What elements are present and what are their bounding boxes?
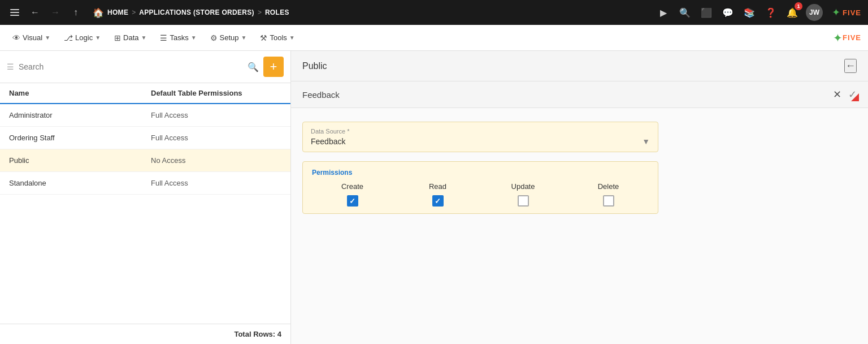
five-logo-icon: ✦ <box>832 6 840 19</box>
perm-col-update: Update <box>483 182 563 207</box>
row-name: Administrator <box>9 111 140 119</box>
table-footer: Total Rows: 4 <box>0 324 290 344</box>
toolbar-logic-label: Logic <box>75 33 93 42</box>
stop-icon[interactable]: ⬛ <box>698 5 714 20</box>
toolbar-tools-label: Tools <box>270 33 287 42</box>
tools-arrow: ▼ <box>289 35 295 41</box>
empty-space <box>0 195 290 324</box>
table-header: Name Default Table Permissions <box>0 83 290 104</box>
col-header-permissions: Default Table Permissions <box>140 89 281 97</box>
breadcrumb-home[interactable]: HOME <box>107 8 128 16</box>
table-row[interactable]: Administrator Full Access <box>0 104 290 127</box>
data-icon: ⊞ <box>114 33 121 42</box>
perm-header-read: Read <box>429 182 446 191</box>
search-icon[interactable]: 🔍 <box>677 5 693 20</box>
row-permissions: Full Access <box>140 111 281 119</box>
forward-button[interactable]: → <box>47 5 63 20</box>
search-bar: ☰ 🔍 + <box>0 51 290 83</box>
toolbar-logic[interactable]: ⎇ Logic ▼ <box>58 30 106 46</box>
setup-arrow: ▼ <box>241 35 247 41</box>
save-arrow-indicator <box>851 93 859 103</box>
second-toolbar: 👁 Visual ▼ ⎇ Logic ▼ ⊞ Data ▼ ☰ Tasks ▼ … <box>0 25 868 51</box>
data-source-field[interactable]: Data Source * Feedback ▼ <box>302 122 658 152</box>
right-panel-subheader: Feedback ✕ ✓ <box>291 81 868 108</box>
breadcrumb-app[interactable]: APPLICATIONS (STORE ORDERS) <box>139 8 254 16</box>
row-permissions: No Access <box>140 156 281 165</box>
table-row-active[interactable]: Public No Access <box>0 149 290 172</box>
perm-header-update: Update <box>511 182 535 191</box>
row-name: Public <box>9 156 140 165</box>
main-layout: ☰ 🔍 + Name Default Table Permissions Adm… <box>0 51 868 344</box>
notification-count: 1 <box>795 2 802 10</box>
add-button[interactable]: + <box>263 57 284 77</box>
data-source-value: Feedback <box>311 137 345 146</box>
hamburger-menu[interactable] <box>7 5 23 20</box>
panel-subtitle: Feedback <box>302 90 340 100</box>
books-icon[interactable]: 📚 <box>741 5 757 20</box>
toolbar-visual[interactable]: 👁 Visual ▼ <box>7 30 56 46</box>
bell-icon[interactable]: 🔔 1 <box>784 5 800 20</box>
up-button[interactable]: ↑ <box>68 5 84 20</box>
perm-header-create: Create <box>341 182 363 191</box>
tasks-icon: ☰ <box>160 33 167 42</box>
five-logo-toolbar-icon: ✦ <box>833 31 843 45</box>
avatar[interactable]: JW <box>806 4 823 21</box>
logic-arrow: ▼ <box>95 35 101 41</box>
row-permissions: Full Access <box>140 134 281 142</box>
toolbar-tools[interactable]: ⚒ Tools ▼ <box>254 30 300 46</box>
search-filter-icon: ☰ <box>7 62 14 71</box>
create-checkbox[interactable] <box>347 195 358 207</box>
toolbar-setup-label: Setup <box>220 33 239 42</box>
search-input[interactable] <box>19 62 243 71</box>
perm-col-create: Create <box>312 182 393 207</box>
eye-icon: 👁 <box>12 33 20 42</box>
update-checkbox[interactable] <box>518 195 529 207</box>
panel-close-button[interactable]: ✕ <box>833 88 841 101</box>
help-icon[interactable]: ❓ <box>763 5 779 20</box>
five-logo-container: ✦ FIVE <box>832 6 861 19</box>
toolbar-visual-label: Visual <box>23 33 42 42</box>
top-nav: ← → ↑ 🏠 HOME > APPLICATIONS (STORE ORDER… <box>0 0 868 25</box>
breadcrumb: 🏠 HOME > APPLICATIONS (STORE ORDERS) > R… <box>93 7 651 18</box>
panel-back-button[interactable]: ← <box>844 59 857 73</box>
logic-icon: ⎇ <box>64 33 73 42</box>
data-source-value-row: Feedback ▼ <box>311 137 650 146</box>
perm-col-read: Read <box>397 182 478 207</box>
right-panel-header: Public ← <box>291 51 868 81</box>
toolbar-data-label: Data <box>123 33 138 42</box>
perm-header-delete: Delete <box>598 182 619 191</box>
delete-checkbox[interactable] <box>603 195 614 207</box>
table-row[interactable]: Ordering Staff Full Access <box>0 127 290 149</box>
table-row[interactable]: Standalone Full Access <box>0 172 290 195</box>
permissions-section: Permissions Create Read Update <box>302 161 658 214</box>
save-button-container: ✓ <box>848 88 857 101</box>
permissions-grid: Create Read Update Delete <box>312 182 649 207</box>
panel-title: Public <box>302 61 327 71</box>
back-button[interactable]: ← <box>27 5 43 20</box>
search-magnify-icon[interactable]: 🔍 <box>248 62 259 72</box>
tasks-arrow: ▼ <box>191 35 197 41</box>
row-name: Standalone <box>9 179 140 187</box>
panel-action-buttons: ✕ ✓ <box>833 88 857 101</box>
toolbar-setup[interactable]: ⚙ Setup ▼ <box>205 30 253 46</box>
toolbar-data[interactable]: ⊞ Data ▼ <box>108 30 152 46</box>
row-name: Ordering Staff <box>9 134 140 142</box>
left-panel: ☰ 🔍 + Name Default Table Permissions Adm… <box>0 51 291 344</box>
row-permissions: Full Access <box>140 179 281 187</box>
five-logo-toolbar-text: FIVE <box>843 33 861 42</box>
setup-icon: ⚙ <box>210 33 218 42</box>
toolbar-tasks[interactable]: ☰ Tasks ▼ <box>154 30 202 46</box>
five-logo-text: FIVE <box>843 8 861 17</box>
svg-marker-0 <box>851 93 859 101</box>
perm-col-delete: Delete <box>568 182 649 207</box>
play-icon[interactable]: ▶ <box>656 5 671 20</box>
tools-icon: ⚒ <box>260 33 267 42</box>
right-panel-content: Data Source * Feedback ▼ Permissions Cre… <box>291 108 868 227</box>
dropdown-arrow-icon[interactable]: ▼ <box>642 137 650 146</box>
toolbar-tasks-label: Tasks <box>170 33 188 42</box>
read-checkbox[interactable] <box>432 195 444 207</box>
five-logo-toolbar: ✦ FIVE <box>833 31 861 45</box>
chat-icon[interactable]: 💬 <box>720 5 736 20</box>
breadcrumb-current[interactable]: ROLES <box>265 8 289 16</box>
data-source-label: Data Source * <box>311 128 650 135</box>
